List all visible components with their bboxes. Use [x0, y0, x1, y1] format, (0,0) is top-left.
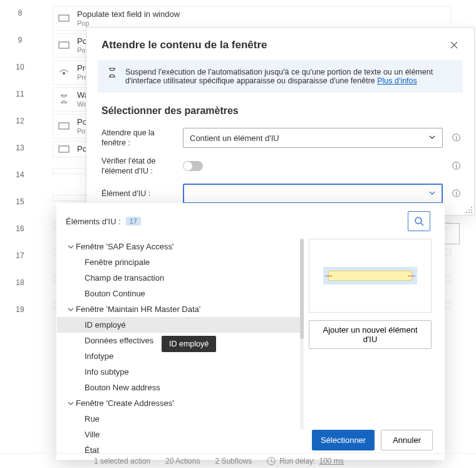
wait-window-label: Attendre que la fenêtre :: [101, 128, 177, 148]
status-selected: 1 selected action: [94, 457, 150, 465]
tree-item-label: Données effectives: [85, 336, 153, 345]
tree-item[interactable]: ID employé: [57, 317, 304, 333]
dropdown-value: Contient un élément d'IU: [190, 133, 279, 143]
tree-item-label: Fenêtre principale: [85, 257, 150, 267]
svg-rect-0: [59, 15, 69, 21]
tooltip: ID employé: [162, 336, 216, 352]
tree-item-label: Fenêtre 'Maintain HR Master Data': [76, 304, 200, 314]
line-number: 14: [8, 168, 33, 179]
section-title: Sélectionner des paramètres: [86, 99, 474, 124]
status-subflows: 2 Subflows: [215, 457, 252, 465]
tree-item[interactable]: Ville: [57, 427, 304, 442]
hourglass-icon: [108, 68, 118, 85]
svg-point-9: [468, 212, 470, 213]
svg-rect-4: [59, 146, 69, 152]
svg-point-11: [415, 217, 422, 224]
more-info-link[interactable]: Plus d'infos: [377, 76, 417, 85]
line-number: 11: [8, 87, 33, 98]
ui-elements-count-badge: 17: [126, 217, 141, 226]
line-number: 17: [8, 249, 33, 260]
window-icon: [58, 14, 70, 23]
svg-point-6: [468, 209, 470, 211]
hourglass-icon: [58, 95, 70, 103]
status-bar: 1 selected action 20 Actions 2 Subflows …: [0, 453, 476, 468]
ui-elements-tree: Fenêtre 'SAP Easy Access'Fenêtre princip…: [57, 234, 304, 434]
line-number: 9: [8, 33, 33, 44]
line-number: 15: [8, 195, 33, 206]
chevron-down-icon: [66, 306, 76, 313]
status-actions: 20 Actions: [165, 457, 200, 465]
window-icon: [58, 145, 70, 153]
cursor-icon: [58, 68, 70, 76]
tree-item[interactable]: Info subtype: [57, 364, 304, 380]
line-number: 16: [8, 222, 33, 233]
scrollbar-thumb[interactable]: [300, 239, 304, 339]
check-ui-state-label: Vérifier l'état de l'élément d'IU :: [101, 156, 177, 177]
status-run-delay-label: Run delay:: [279, 457, 315, 465]
resize-handle-icon[interactable]: [464, 205, 473, 214]
tree-item-label: Bouton New address: [85, 383, 160, 392]
svg-rect-3: [59, 123, 69, 129]
wait-window-dropdown[interactable]: Contient un élément d'IU: [183, 128, 443, 148]
search-button[interactable]: [408, 211, 430, 231]
svg-point-8: [466, 212, 467, 213]
info-banner: Suspend l'exécution de l'automatisation …: [98, 60, 463, 93]
ui-element-label: Élément d'IU :: [101, 189, 177, 199]
line-number: 10: [8, 60, 33, 71]
tree-group[interactable]: Fenêtre 'SAP Easy Access': [57, 239, 304, 254]
close-icon[interactable]: [445, 36, 463, 54]
line-number: 13: [8, 141, 33, 152]
chevron-down-icon: [66, 400, 76, 407]
search-icon: [414, 216, 424, 226]
ui-element-preview: [309, 239, 432, 313]
clock-icon: [267, 457, 276, 465]
wait-window-content-dialog: Attendre le contenu de la fenêtre Suspen…: [86, 27, 475, 216]
chevron-down-icon: [428, 189, 436, 199]
add-ui-element-button[interactable]: Ajouter un nouvel élément d'IU: [309, 320, 432, 349]
svg-line-12: [421, 223, 423, 226]
window-icon: [58, 41, 70, 49]
info-icon[interactable]: ⓘ: [449, 160, 463, 172]
ui-elements-popover: Éléments d'IU : 17 Fenêtre 'SAP Easy Acc…: [56, 203, 445, 460]
tree-item[interactable]: Champ de transaction: [57, 270, 304, 286]
svg-point-5: [471, 207, 472, 208]
tree-item-label: Ville: [85, 430, 100, 439]
tree-group[interactable]: Fenêtre 'Maintain HR Master Data': [57, 301, 304, 317]
svg-point-7: [471, 209, 472, 211]
ui-elements-heading: Éléments d'IU :: [66, 217, 121, 226]
line-number: 18: [8, 276, 33, 287]
info-icon[interactable]: ⓘ: [449, 132, 463, 143]
cancel-button[interactable]: Annuler: [381, 430, 433, 450]
tree-item[interactable]: Bouton New address: [57, 380, 304, 395]
tree-item-label: Fenêtre 'SAP Easy Access': [76, 242, 173, 251]
tree-item-label: Fenêtre 'Create Addresses': [76, 398, 174, 408]
tree-item-label: Info subtype: [85, 367, 129, 377]
line-number: 8: [8, 6, 33, 18]
tree-item[interactable]: Fenêtre principale: [57, 254, 304, 270]
tree-item[interactable]: Bouton Continue: [57, 286, 304, 301]
line-number: 19: [8, 303, 33, 314]
svg-point-2: [63, 72, 65, 75]
status-run-delay-value[interactable]: 100 ms: [319, 457, 344, 465]
dialog-title: Attendre le contenu de la fenêtre: [101, 39, 267, 51]
tree-item-label: Bouton Continue: [85, 289, 145, 298]
chevron-down-icon: [66, 244, 76, 250]
svg-rect-1: [59, 42, 69, 48]
tree-item-label: Champ de transaction: [85, 273, 164, 283]
scrollbar[interactable]: [300, 239, 304, 429]
check-ui-state-toggle[interactable]: [183, 161, 203, 171]
ui-element-dropdown[interactable]: [183, 184, 443, 204]
tree-item-label: Rue: [85, 414, 100, 424]
select-button[interactable]: Sélectionner: [312, 430, 375, 450]
tree-item[interactable]: Rue: [57, 411, 304, 427]
info-icon[interactable]: ⓘ: [449, 188, 463, 199]
chevron-down-icon: [428, 133, 436, 143]
window-icon: [58, 122, 70, 130]
tree-item-label: ID employé: [85, 320, 126, 330]
tree-item-label: Infotype: [85, 351, 113, 361]
svg-point-10: [471, 212, 472, 213]
tree-group[interactable]: Fenêtre 'Create Addresses': [57, 395, 304, 411]
line-number: 12: [8, 114, 33, 125]
